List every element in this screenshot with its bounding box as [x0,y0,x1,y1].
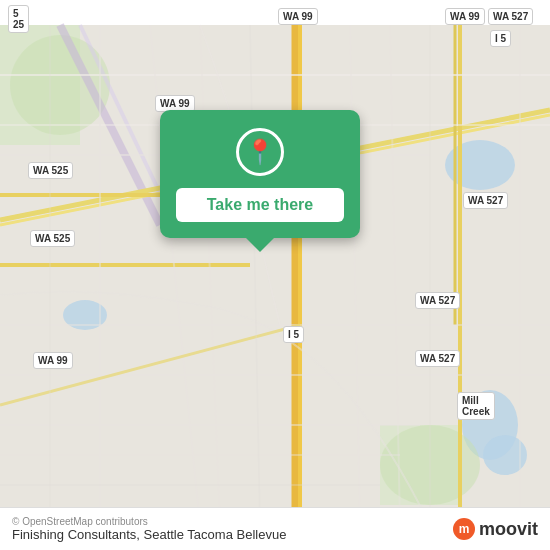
bottom-bar: © OpenStreetMap contributors Finishing C… [0,507,550,550]
road-label-wa527-bottom: WA 527 [415,350,460,367]
road-label-wa527-lower: WA 527 [415,292,460,309]
road-label-wa99-top2: WA 99 [445,8,485,25]
location-icon-circle: 📍 [236,128,284,176]
moovit-text: moovit [479,519,538,540]
moovit-icon: m [453,518,475,540]
location-pin-icon: 📍 [245,138,275,166]
road-label-mill-creek: MillCreek [457,392,495,420]
bottom-bar-info: © OpenStreetMap contributors Finishing C… [12,516,286,542]
svg-point-6 [10,35,110,135]
road-label-wa527-top: WA 527 [488,8,533,25]
road-label-i5-mid: I 5 [283,326,304,343]
map-container: WA 99 WA 99 I 5 WA 527 525 WA 99 WA WA 5… [0,0,550,550]
copyright-text: © OpenStreetMap contributors [12,516,286,527]
road-label-wa99-top: WA 99 [278,8,318,25]
road-label-i5-top: I 5 [490,30,511,47]
location-popup: 📍 Take me there [160,110,360,238]
road-label-wa527-mid: WA 527 [463,192,508,209]
take-me-there-button[interactable]: Take me there [176,188,344,222]
road-label-wa525-left: WA 525 [28,162,73,179]
road-label-wa99-bottom: WA 99 [33,352,73,369]
location-name: Finishing Consultants, Seattle Tacoma Be… [12,527,286,542]
road-label-wa525-mid: WA 525 [30,230,75,247]
moovit-logo: m moovit [453,518,538,540]
road-label-525-topleft: 525 [8,5,29,33]
